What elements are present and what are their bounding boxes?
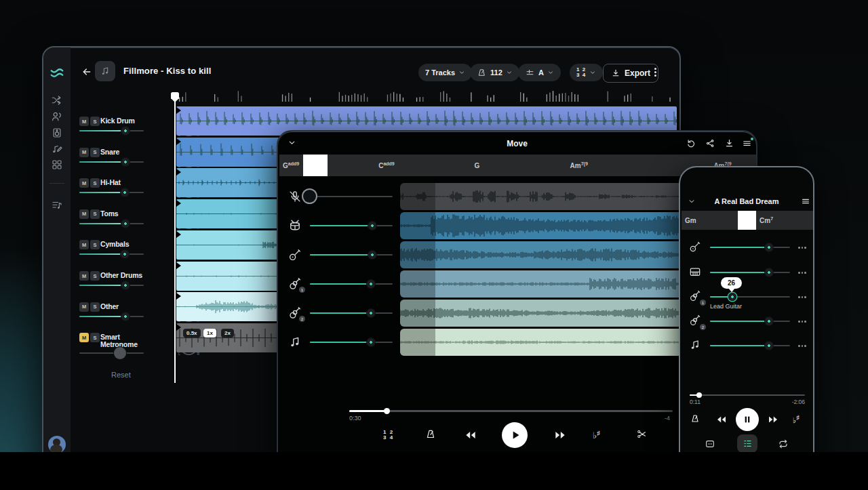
mute-button[interactable]: M bbox=[79, 117, 89, 126]
slider-knob[interactable] bbox=[728, 293, 736, 301]
slider-knob[interactable] bbox=[121, 312, 130, 321]
stem-volume-slider[interactable] bbox=[710, 317, 790, 325]
chord-cell[interactable] bbox=[519, 155, 545, 176]
mute-button[interactable]: M bbox=[79, 271, 89, 281]
sidebar-item-apps[interactable] bbox=[51, 159, 63, 171]
undo-button[interactable] bbox=[686, 138, 696, 148]
slider-knob[interactable] bbox=[121, 250, 129, 258]
lane-start-handle[interactable] bbox=[176, 231, 181, 238]
sidebar-item-splitter[interactable] bbox=[51, 94, 63, 106]
slider-knob[interactable] bbox=[121, 220, 130, 228]
chord-cell[interactable] bbox=[303, 155, 330, 176]
lane-start-handle[interactable] bbox=[176, 324, 181, 331]
metronome-button[interactable] bbox=[425, 428, 437, 441]
stem-volume-slider[interactable] bbox=[710, 243, 790, 251]
share-button[interactable] bbox=[705, 138, 715, 148]
chord-cell[interactable] bbox=[399, 155, 426, 176]
chord-cell[interactable] bbox=[591, 155, 617, 176]
mute-button[interactable]: M bbox=[79, 209, 89, 219]
slider-knob[interactable] bbox=[121, 158, 130, 166]
timeline-ruler[interactable] bbox=[179, 90, 677, 102]
menu-button[interactable] bbox=[742, 138, 752, 148]
stem-more-button[interactable] bbox=[798, 272, 806, 274]
solo-button[interactable]: S bbox=[90, 240, 100, 249]
volume-slider[interactable] bbox=[79, 188, 144, 197]
volume-slider[interactable] bbox=[79, 158, 144, 166]
slider-knob[interactable] bbox=[367, 280, 375, 288]
chord-cell[interactable] bbox=[542, 155, 569, 176]
progress-handle[interactable] bbox=[696, 392, 702, 398]
pause-button[interactable] bbox=[736, 408, 759, 431]
stem-volume-slider[interactable] bbox=[710, 293, 790, 301]
volume-slider[interactable] bbox=[79, 281, 144, 289]
solo-button[interactable]: S bbox=[90, 178, 100, 188]
chord-cell[interactable] bbox=[639, 155, 665, 176]
slider-knob[interactable] bbox=[368, 251, 376, 259]
slider-knob[interactable] bbox=[765, 243, 773, 251]
solo-button[interactable]: S bbox=[90, 117, 100, 126]
solo-button[interactable]: S bbox=[90, 148, 100, 157]
loop-tab-button[interactable] bbox=[776, 437, 790, 451]
slider-knob[interactable] bbox=[765, 317, 773, 325]
chord-cell[interactable]: Am7(9 bbox=[567, 155, 593, 176]
menu-icon[interactable] bbox=[801, 197, 810, 206]
mute-button[interactable]: M bbox=[79, 178, 89, 188]
volume-slider[interactable] bbox=[79, 127, 144, 135]
stem-volume-slider[interactable] bbox=[310, 309, 393, 317]
mute-button[interactable]: M bbox=[79, 148, 89, 157]
stem-volume-slider[interactable] bbox=[710, 342, 790, 350]
volume-slider[interactable] bbox=[79, 250, 144, 258]
export-button[interactable]: Export bbox=[603, 64, 658, 83]
stem-volume-slider[interactable] bbox=[310, 251, 393, 259]
chord-cell[interactable] bbox=[351, 155, 378, 176]
stem-more-button[interactable] bbox=[798, 321, 806, 323]
stem-more-button[interactable] bbox=[798, 345, 806, 347]
download-button[interactable] bbox=[724, 138, 734, 148]
chord-cell[interactable] bbox=[328, 155, 354, 176]
slider-knob[interactable] bbox=[121, 188, 129, 197]
playhead-marker[interactable] bbox=[171, 92, 179, 99]
stem-volume-slider[interactable] bbox=[710, 268, 790, 277]
stem-volume-slider[interactable] bbox=[310, 192, 393, 201]
sidebar-item-amp[interactable] bbox=[51, 127, 63, 139]
volume-slider[interactable] bbox=[79, 349, 144, 357]
more-menu-button[interactable] bbox=[654, 66, 656, 78]
lane-start-handle[interactable] bbox=[176, 138, 181, 145]
mute-button[interactable]: M bbox=[79, 333, 89, 342]
user-avatar[interactable] bbox=[48, 436, 66, 453]
sidebar-item-setlists[interactable] bbox=[51, 199, 63, 211]
playhead-line[interactable] bbox=[174, 102, 176, 383]
lane-start-handle[interactable] bbox=[176, 293, 181, 300]
slider-knob[interactable] bbox=[367, 309, 375, 317]
solo-button[interactable]: S bbox=[90, 302, 100, 312]
stem-volume-slider[interactable] bbox=[310, 222, 393, 230]
chord-cell[interactable] bbox=[793, 211, 814, 230]
play-button[interactable] bbox=[502, 422, 528, 448]
solo-button[interactable]: S bbox=[90, 271, 100, 281]
timesig-button[interactable]: 1 23 4 bbox=[383, 430, 394, 441]
stem-more-button[interactable] bbox=[798, 247, 806, 249]
solo-button[interactable]: S bbox=[90, 333, 100, 342]
tracks-dropdown[interactable]: 7 Tracks bbox=[418, 64, 472, 81]
reset-button[interactable]: Reset bbox=[111, 371, 131, 379]
bpm-dropdown[interactable]: 112 bbox=[470, 64, 519, 81]
forward-button[interactable] bbox=[553, 428, 567, 442]
volume-slider[interactable] bbox=[79, 220, 144, 228]
mute-button[interactable]: M bbox=[79, 302, 89, 312]
lane-start-handle[interactable] bbox=[176, 107, 181, 114]
metronome-button[interactable] bbox=[690, 413, 701, 424]
chord-cell[interactable] bbox=[614, 155, 641, 176]
sections-tab-button[interactable] bbox=[737, 434, 757, 453]
back-button[interactable] bbox=[81, 66, 92, 77]
forward-button[interactable] bbox=[767, 413, 779, 426]
chord-cell[interactable] bbox=[495, 155, 521, 176]
mute-button[interactable]: M bbox=[79, 240, 89, 249]
lane-start-handle[interactable] bbox=[176, 200, 181, 207]
chord-cell[interactable] bbox=[423, 155, 450, 176]
pitch-button[interactable]: ♭♯ bbox=[593, 430, 600, 441]
key-dropdown[interactable]: A bbox=[518, 64, 561, 81]
rewind-button[interactable] bbox=[715, 413, 728, 426]
chord-cell[interactable] bbox=[447, 155, 473, 176]
slider-knob[interactable] bbox=[114, 347, 126, 359]
volume-slider[interactable] bbox=[79, 312, 144, 321]
